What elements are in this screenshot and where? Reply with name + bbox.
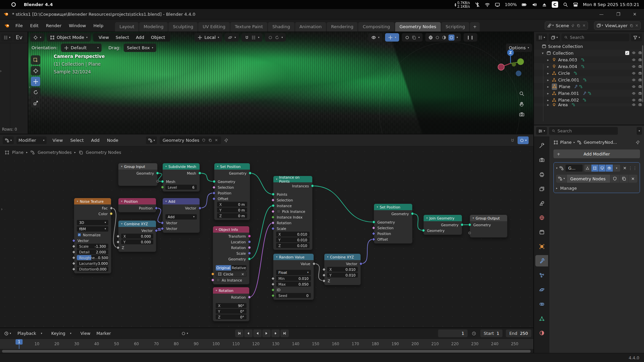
window-maximize-button[interactable]: ❐ bbox=[616, 12, 620, 17]
node-dropdown[interactable]: 3D▾ bbox=[77, 220, 108, 225]
properties-tab-printer[interactable] bbox=[535, 169, 548, 180]
node-cx1[interactable]: ▾Combine XYZVectorX0.000Y0.000Z bbox=[118, 220, 156, 252]
socket[interactable] bbox=[411, 212, 414, 215]
outliner-item-collection[interactable]: ▾Collection✓ bbox=[534, 50, 644, 56]
render-camera-icon[interactable] bbox=[638, 78, 642, 82]
next-keyframe-button[interactable] bbox=[271, 329, 280, 337]
node-field-X[interactable]: X0.010 bbox=[327, 267, 358, 272]
mode-selector[interactable]: Object Mode▾ bbox=[47, 33, 91, 42]
node-join[interactable]: ▾Join GeometryGeometryGeometry bbox=[423, 215, 462, 235]
timeline-editor-type[interactable]: ▾ bbox=[2, 329, 13, 337]
workspace-tab-shading[interactable]: Shading bbox=[268, 22, 294, 32]
pan-hand-icon[interactable] bbox=[519, 101, 525, 107]
socket[interactable] bbox=[311, 184, 314, 187]
node-field-Min[interactable]: Min0.010 bbox=[276, 276, 311, 281]
modifier-extras-dropdown[interactable]: ▾ bbox=[613, 165, 620, 172]
wifi-icon[interactable] bbox=[485, 2, 490, 7]
render-camera-icon[interactable] bbox=[638, 98, 642, 102]
spotlight-search-icon[interactable] bbox=[563, 2, 568, 7]
socket[interactable] bbox=[372, 221, 375, 224]
socket[interactable] bbox=[161, 180, 164, 183]
display-icon[interactable] bbox=[495, 2, 500, 7]
properties-tab-render[interactable] bbox=[535, 154, 548, 166]
workspace-tab-layout[interactable]: Layout bbox=[115, 22, 139, 32]
copy-viewlayer-icon[interactable] bbox=[630, 24, 633, 27]
node-subdiv[interactable]: ▾Subdivide MeshMeshMeshLevel6 bbox=[162, 163, 200, 192]
hide-eye-icon[interactable] bbox=[632, 71, 636, 75]
outliner-display-mode[interactable]: ▾ bbox=[536, 34, 547, 41]
render-camera-icon[interactable] bbox=[638, 71, 642, 75]
render-camera-icon[interactable] bbox=[638, 51, 642, 55]
gizmo-dropdown[interactable]: ▾ bbox=[385, 33, 399, 42]
socket[interactable] bbox=[322, 267, 326, 271]
sidebar-toggle-arrow[interactable]: › bbox=[1, 207, 3, 212]
outliner-item-plane.001[interactable]: ▸Plane.001 bbox=[534, 90, 644, 97]
node-field-X[interactable]: X0.010 bbox=[276, 232, 310, 237]
timeline-menu-keying[interactable]: Keying ▾ bbox=[48, 330, 77, 337]
node-field-Level[interactable]: Level6 bbox=[165, 185, 197, 190]
node-cx2[interactable]: ▾Combine XYZVectorX0.010Y0.010Z bbox=[324, 253, 361, 285]
socket[interactable] bbox=[461, 223, 464, 226]
workspace-tab-uv-editing[interactable]: UV Editing bbox=[198, 22, 230, 32]
tool-move[interactable] bbox=[31, 77, 40, 86]
proportional-edit-group[interactable]: ▾ bbox=[265, 33, 286, 42]
expand-arrow[interactable]: ▸ bbox=[546, 85, 550, 88]
outliner-item-plane[interactable]: ▸Plane bbox=[534, 83, 644, 90]
breadcrumb-tree[interactable]: GeometryNod... bbox=[584, 140, 617, 145]
tool-scale[interactable] bbox=[31, 98, 40, 108]
frame-end-field[interactable]: End250 bbox=[506, 329, 531, 337]
properties-tab-constraint[interactable] bbox=[535, 298, 548, 310]
outliner-item-area.003[interactable]: ▸Area.003 bbox=[534, 56, 644, 63]
socket[interactable] bbox=[211, 279, 214, 282]
node-checkbox[interactable]: ✓ bbox=[77, 233, 81, 237]
socket[interactable] bbox=[468, 223, 471, 226]
hide-eye-icon[interactable] bbox=[632, 92, 636, 95]
socket[interactable] bbox=[248, 246, 251, 249]
socket[interactable] bbox=[211, 273, 214, 276]
outliner-item-plane.002[interactable]: ▸Plane.002 bbox=[534, 97, 644, 103]
modifier-cage-toggle[interactable] bbox=[591, 165, 598, 172]
node-checkbox[interactable] bbox=[277, 209, 280, 213]
node-field-Y[interactable]: Y0 m bbox=[217, 207, 247, 213]
node-gout[interactable]: ▾Group OutputGeometry bbox=[470, 215, 507, 238]
hide-eye-icon[interactable] bbox=[632, 65, 636, 68]
workspace-tab-texture-paint[interactable]: Texture Paint bbox=[230, 22, 267, 32]
socket[interactable] bbox=[248, 257, 251, 260]
socket[interactable] bbox=[272, 204, 275, 207]
battery-icon[interactable] bbox=[522, 2, 527, 7]
properties-tab-particles[interactable] bbox=[535, 269, 548, 281]
zoom-icon[interactable] bbox=[519, 91, 525, 97]
node-object-field[interactable]: Circle✕ bbox=[216, 272, 247, 277]
socket[interactable] bbox=[116, 234, 120, 238]
render-camera-icon[interactable] bbox=[638, 92, 642, 95]
add-modifier-button[interactable]: + Add Modifier bbox=[553, 149, 640, 158]
socket[interactable] bbox=[72, 256, 75, 259]
play-button[interactable] bbox=[262, 329, 271, 337]
modifier-realtime-toggle[interactable] bbox=[599, 165, 606, 172]
outliner-scene-mode[interactable]: ▾ bbox=[549, 34, 560, 41]
socket[interactable] bbox=[72, 250, 75, 254]
socket[interactable] bbox=[213, 180, 216, 183]
tool-cursor[interactable] bbox=[31, 66, 40, 75]
node-objinfo[interactable]: ▾Object InfoTransformLocationRotationSca… bbox=[213, 226, 250, 285]
modifier-delete-button[interactable]: ✕ bbox=[623, 166, 627, 171]
expand-arrow[interactable]: ▸ bbox=[546, 98, 550, 102]
socket[interactable] bbox=[72, 244, 75, 248]
c-app-badge[interactable]: C bbox=[552, 1, 558, 8]
window-close-button[interactable]: ✕ bbox=[633, 12, 637, 17]
node-field-Detail[interactable]: Detail2.000 bbox=[77, 249, 108, 254]
workspace-tab-animation[interactable]: Animation bbox=[295, 22, 326, 32]
panel-expand-arrow[interactable]: › bbox=[0, 69, 2, 73]
hide-eye-icon[interactable] bbox=[632, 51, 636, 55]
socket[interactable] bbox=[110, 212, 113, 215]
virtual-socket[interactable] bbox=[468, 232, 471, 234]
workspace-tab-compositing[interactable]: Compositing bbox=[358, 22, 394, 32]
node-sp2[interactable]: ▾Set PositionGeometryGeometrySelectionPo… bbox=[374, 203, 413, 244]
toolbar-collapse-arrow[interactable]: ‹ bbox=[29, 85, 31, 89]
app-menu-item[interactable]: Help bbox=[91, 22, 107, 29]
node-field-Scale[interactable]: Scale-1.300 bbox=[77, 244, 108, 249]
current-frame-field[interactable]: 1 bbox=[438, 329, 468, 337]
shading-rendered-active[interactable] bbox=[448, 35, 454, 41]
node-field-Z[interactable]: Z0.010 bbox=[276, 243, 310, 248]
socket[interactable] bbox=[422, 229, 425, 232]
